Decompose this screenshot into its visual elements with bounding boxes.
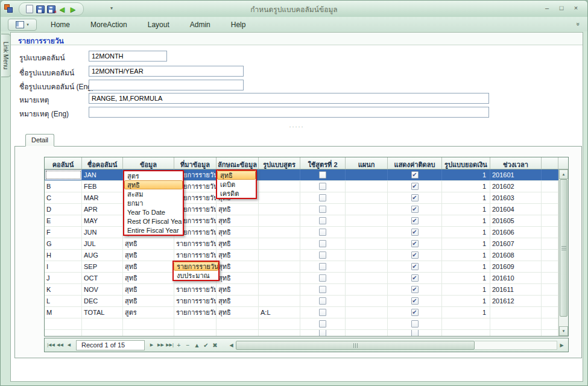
grid-cell[interactable]: A [45,169,82,180]
grid-cell[interactable]: TOTAL [82,307,123,318]
grid-cell[interactable] [259,181,300,192]
show-negative-checkbox[interactable]: ✔ [411,274,419,282]
ribbon-tab-layout[interactable]: Layout [138,18,180,31]
grid-cell[interactable]: ✔ [388,227,442,238]
grid-cell[interactable]: G [45,238,82,249]
dropdown-item[interactable]: สะสม [124,189,183,198]
grid-cell[interactable] [542,227,558,238]
grid-cell[interactable] [542,192,558,203]
grid-cell[interactable] [442,318,490,329]
show-negative-checkbox[interactable]: ✔ [411,183,419,190]
grid-cell[interactable] [300,215,346,226]
close-button[interactable]: × [571,3,581,13]
grid-cell[interactable] [346,227,388,238]
dropdown-item[interactable]: สุทธิ [217,171,256,180]
show-negative-checkbox[interactable] [411,330,419,336]
dropdown-item[interactable]: ยกมา [124,198,183,207]
grid-cell[interactable]: 201607 [490,238,542,249]
maximize-button[interactable]: □ [556,3,567,13]
grid-cell[interactable]: 201605 [490,215,542,226]
grid-cell[interactable] [542,261,558,272]
grid-cell[interactable]: สุทธิ [217,227,259,238]
grid-cell[interactable]: สุทธิ [217,215,259,226]
grid-cell[interactable]: JUL [82,238,123,249]
grid-cell[interactable]: 201612 [490,296,542,306]
grid-cell[interactable] [217,318,259,329]
grid-cell[interactable]: C [45,192,82,203]
grid-cell[interactable]: APR [82,204,123,215]
ribbon-tab-help[interactable]: Help [221,18,256,31]
grid-cell[interactable]: สุทธิ [123,250,174,261]
column-header[interactable]: ลักษณะข้อมูล [217,157,259,169]
grid-row[interactable]: HAUGสุทธิรายการรายวันสุทธิ✔1201608 [45,250,568,261]
grid-cell[interactable]: 1 [442,261,490,272]
grid-cell[interactable]: สุทธิ [217,273,259,283]
grid-cell[interactable] [259,238,300,249]
grid-cell[interactable] [174,318,217,329]
grid-cell[interactable] [542,204,558,215]
grid-cell[interactable]: 201610 [490,273,542,283]
dropdown-item[interactable]: Year To Date [124,207,183,217]
grid-cell[interactable]: ✔ [388,307,442,318]
use-formula2-checkbox[interactable] [319,183,326,190]
grid-cell[interactable]: B [45,181,82,192]
dropdown-item[interactable]: งบประมาณ [174,271,218,280]
show-negative-checkbox[interactable]: ✔ [411,217,419,224]
grid-cell[interactable]: 201603 [490,192,542,203]
next-page-button[interactable]: ▶▶ [156,341,165,350]
column-header[interactable] [542,157,558,169]
show-negative-checkbox[interactable] [411,320,419,327]
grid-cell[interactable]: K [45,284,82,295]
grid-cell[interactable]: ✔ [388,273,442,283]
grid-cell[interactable] [82,318,123,329]
grid-cell[interactable] [300,250,346,261]
grid-cell[interactable] [259,215,300,226]
grid-cell[interactable] [346,181,388,192]
use-formula2-checkbox[interactable] [319,263,326,270]
grid-cell[interactable]: SEP [82,261,123,272]
field-input[interactable] [89,107,489,118]
grid-cell[interactable] [388,318,442,329]
dropdown-item[interactable]: รายการรายวัน [174,262,218,271]
grid-cell[interactable] [300,181,346,192]
delete-record-button[interactable]: − [183,341,192,350]
grid-cell[interactable] [259,296,300,306]
grid-cell[interactable] [542,181,558,192]
grid-row[interactable] [45,318,568,330]
grid-cell[interactable]: 1 [442,296,490,306]
next-record-button[interactable]: ▶ [147,341,156,350]
grid-cell[interactable]: 1 [442,192,490,203]
grid-cell[interactable]: สุทธิ [217,238,259,249]
grid-cell[interactable] [346,284,388,295]
grid-cell[interactable] [346,261,388,272]
grid-cell[interactable] [300,169,346,180]
grid-cell[interactable]: 201601 [490,169,542,180]
grid-cell[interactable]: DEC [82,296,123,306]
grid-cell[interactable]: ✔ [388,181,442,192]
grid-cell[interactable]: 1 [442,227,490,238]
field-input[interactable]: 12MONTH/YEAR [89,66,244,77]
grid-cell[interactable]: 1 [442,307,490,318]
grid-cell[interactable] [259,227,300,238]
grid-cell[interactable]: OCT [82,273,123,283]
grid-cell[interactable]: สุทธิ [123,284,174,295]
grid-cell[interactable]: L [45,296,82,306]
grid-cell[interactable]: 201609 [490,261,542,272]
grid-row[interactable]: GJULสุทธิรายการรายวันสุทธิ✔1201607 [45,238,568,250]
prev-page-button[interactable]: ◀◀ [55,341,65,350]
link-menu-tab[interactable]: Link Menu [1,34,11,77]
grid-cell[interactable] [542,169,558,180]
grid-cell[interactable]: 201602 [490,181,542,192]
grid-cell[interactable] [542,273,558,283]
grid-cell[interactable]: 1 [442,273,490,283]
grid-cell[interactable]: 201604 [490,204,542,215]
grid-cell[interactable]: 1 [442,238,490,249]
prev-record-button[interactable]: ◀ [65,341,74,350]
grid-row[interactable]: LDECสุทธิรายการรายวันสุทธิ✔1201612 [45,296,568,307]
grid-cell[interactable] [542,296,558,306]
grid-cell[interactable]: A:L [259,307,300,318]
vscroll-thumb[interactable] [560,179,567,317]
vscroll-up-button[interactable]: ▲ [559,169,568,179]
hscroll-track[interactable] [475,341,557,350]
first-record-button[interactable]: |◀◀ [46,341,55,350]
